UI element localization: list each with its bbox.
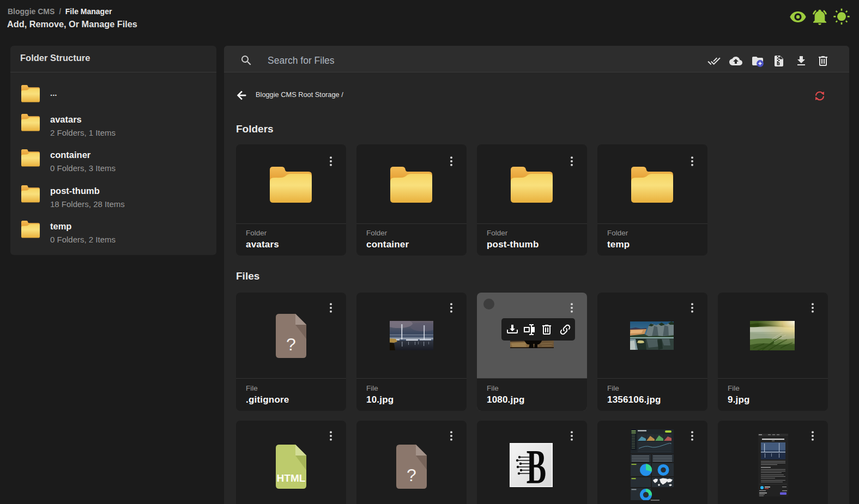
- svg-text:B: B: [527, 443, 546, 487]
- svg-text:?: ?: [407, 465, 416, 485]
- svg-text:?: ?: [286, 335, 296, 354]
- svg-text:HTML: HTML: [277, 472, 306, 484]
